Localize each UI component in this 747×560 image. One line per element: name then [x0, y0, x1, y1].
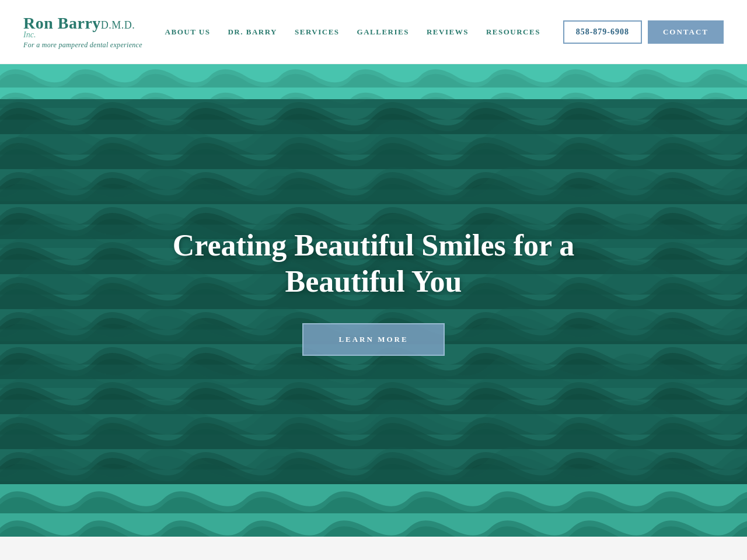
svg-rect-6 — [0, 484, 747, 537]
top-band — [0, 64, 747, 99]
hero-title: Creating Beautiful Smiles for a Beautifu… — [173, 228, 575, 300]
contact-button[interactable]: CONTACT — [648, 20, 724, 44]
nav-item-resources[interactable]: RESOURCES — [486, 27, 540, 37]
learn-more-button[interactable]: LEARN MORE — [302, 323, 444, 356]
logo[interactable]: Ron BarryD.M.D. Inc. For a more pampered… — [23, 15, 142, 49]
hero-content: Creating Beautiful Smiles for a Beautifu… — [161, 216, 587, 368]
bottom-band-waves — [0, 484, 747, 537]
site-header: Ron BarryD.M.D. Inc. For a more pampered… — [0, 0, 747, 64]
logo-tagline: For a more pampered dental experience — [23, 41, 142, 49]
svg-rect-1 — [0, 64, 747, 99]
phone-button[interactable]: 858-879-6908 — [563, 20, 642, 44]
main-nav: ABOUT US DR. BARRY SERVICES GALLERIES RE… — [165, 27, 540, 37]
header-actions: 858-879-6908 CONTACT — [563, 20, 724, 44]
nav-item-dr-barry[interactable]: DR. BARRY — [228, 27, 277, 37]
hero-section: Creating Beautiful Smiles for a Beautifu… — [0, 99, 747, 484]
logo-inc: Inc. — [23, 30, 142, 39]
bottom-band — [0, 484, 747, 537]
top-band-waves — [0, 64, 747, 99]
nav-item-services[interactable]: SERVICES — [295, 27, 340, 37]
nav-item-about-us[interactable]: ABOUT US — [165, 27, 211, 37]
nav-item-reviews[interactable]: REVIEWS — [427, 27, 469, 37]
nav-item-galleries[interactable]: GALLERIES — [357, 27, 409, 37]
